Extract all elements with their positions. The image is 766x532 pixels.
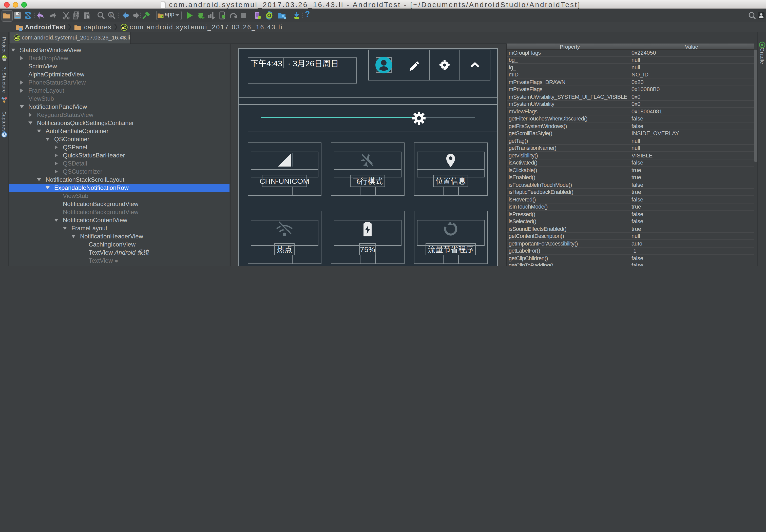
svg-text:飞行模式: 飞行模式: [352, 177, 383, 185]
svg-text:热点: 热点: [277, 245, 292, 253]
svg-text:75%: 75%: [360, 245, 375, 253]
svg-text:A: A: [109, 13, 112, 17]
svg-text:下午4:43: 下午4:43: [250, 59, 282, 68]
svg-text:CHN-UNICOM: CHN-UNICOM: [260, 177, 310, 185]
svg-text:位置信息: 位置信息: [435, 177, 466, 185]
svg-text:流量节省程序: 流量节省程序: [428, 245, 473, 253]
svg-text:· 3月26日周日: · 3月26日周日: [288, 59, 339, 68]
